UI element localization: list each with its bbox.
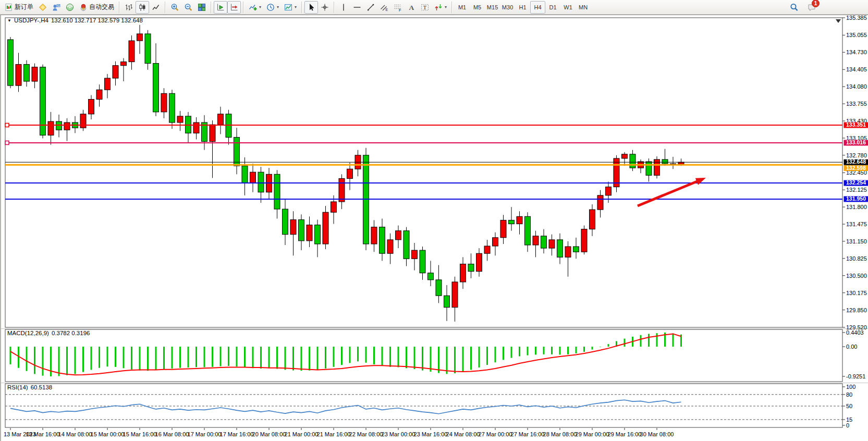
toolbar-right: 1 xyxy=(787,1,818,14)
price-tick-label: 131.475 xyxy=(846,221,867,227)
macd-axis-label: 0.00 xyxy=(846,344,857,350)
crosshair-button[interactable] xyxy=(318,1,332,14)
chart-canvas[interactable]: 135.385135.055134.730134.405134.080133.7… xyxy=(1,15,868,441)
vline-button[interactable] xyxy=(337,1,350,14)
price-tick-label: 130.500 xyxy=(846,273,867,279)
chart-symbol-period: USDJPY-,H4 xyxy=(14,17,48,23)
time-tick-label: 15 Mar 00:00 xyxy=(91,431,125,437)
cursor-button[interactable] xyxy=(304,1,318,14)
timeframe-button-m5[interactable]: M5 xyxy=(470,1,485,14)
line-chart-button[interactable] xyxy=(149,1,163,14)
price-tick-label: 135.055 xyxy=(846,32,867,38)
search-icon xyxy=(790,3,798,11)
crosshair-icon xyxy=(321,3,329,11)
candlestick-button[interactable] xyxy=(136,1,149,14)
text-button[interactable]: A xyxy=(405,1,418,14)
timeframe-button-d1[interactable]: D1 xyxy=(545,1,560,14)
line-handle[interactable] xyxy=(5,124,9,127)
price-scale[interactable]: 135.385135.055134.730134.405134.080133.7… xyxy=(842,15,867,330)
rsi-axis-label: 50 xyxy=(846,403,852,409)
time-tick-label: 27 Mar 00:00 xyxy=(479,431,512,437)
time-tick-label: 28 Mar 08:00 xyxy=(543,431,577,437)
dropdown-caret-icon[interactable]: ▾ xyxy=(295,5,297,9)
price-tick-label: 134.730 xyxy=(846,49,867,55)
dropdown-caret-icon[interactable]: ▾ xyxy=(277,5,279,9)
template-icon xyxy=(284,3,292,11)
macd-indicator-values: 0.3782 0.3196 xyxy=(52,330,90,336)
autotrading-button[interactable]: 自动交易 xyxy=(77,1,117,14)
indicators-button[interactable]: ▾ xyxy=(246,1,264,14)
periods-button[interactable]: ▾ xyxy=(264,1,282,14)
line-handle[interactable] xyxy=(5,141,9,144)
trendline-button[interactable] xyxy=(364,1,377,14)
channel-button[interactable]: E xyxy=(377,1,391,14)
svg-text:E: E xyxy=(386,8,388,11)
notification-badge: 1 xyxy=(812,0,820,7)
zoom-in-button[interactable] xyxy=(168,1,181,14)
timeframe-button-h1[interactable]: H1 xyxy=(515,1,530,14)
time-scale[interactable]: 13 Mar 202313 Mar 16:0014 Mar 08:0015 Ma… xyxy=(4,428,674,437)
toolbar-group xyxy=(214,0,241,15)
new-order-button[interactable]: 新订单 xyxy=(2,1,36,14)
toolbar-group: ▾▾▾ xyxy=(246,0,299,15)
timeframe-button-m30[interactable]: M30 xyxy=(500,1,515,14)
bar-chart-button[interactable] xyxy=(122,1,136,14)
rsi-label: RSI(14)60.5138 xyxy=(7,384,52,390)
line-price-tag: 133.016 xyxy=(846,139,866,145)
time-tick-label: 17 Mar 00:00 xyxy=(188,431,222,437)
price-tick-label: 134.405 xyxy=(846,66,867,72)
time-tick-label: 13 Mar 16:00 xyxy=(26,431,60,437)
market-watch-button[interactable] xyxy=(50,1,63,14)
timeframe-button-h4[interactable]: H4 xyxy=(530,1,545,14)
notifications-button[interactable]: 1 xyxy=(805,1,818,14)
label-icon: T xyxy=(421,3,429,11)
dropdown-caret-icon[interactable]: ▾ xyxy=(445,5,447,9)
macd-label: MACD(12,26,9)0.3782 0.3196 xyxy=(7,330,90,336)
dropdown-caret-icon[interactable]: ▾ xyxy=(259,5,261,9)
auto-scroll-icon xyxy=(216,3,225,11)
time-tick-label: 27 Mar 16:00 xyxy=(511,431,545,437)
signals-button[interactable] xyxy=(63,1,77,14)
signal-icon xyxy=(66,3,74,11)
autotrade-icon xyxy=(79,3,88,11)
new-order-button-label: 新订单 xyxy=(15,3,33,11)
tile-windows-button[interactable] xyxy=(195,1,209,14)
chart-shift-button[interactable] xyxy=(227,1,241,14)
price-tick-label: 132.125 xyxy=(846,187,867,193)
fibonacci-button[interactable]: F xyxy=(391,1,405,14)
cursor-icon xyxy=(307,3,315,11)
macd-indicator-name: MACD(12,26,9) xyxy=(7,330,49,336)
chart-title[interactable]: USDJPY-,H4132.610 132.717 132.579 132.64… xyxy=(7,17,143,23)
hline-icon xyxy=(353,3,361,11)
toolbar-separator xyxy=(334,2,335,13)
toolbar-separator xyxy=(451,2,453,13)
time-tick-label: 21 Mar 16:00 xyxy=(317,431,351,437)
timeframe-button-m15[interactable]: M15 xyxy=(485,1,500,14)
arrows-button[interactable]: ▾ xyxy=(432,1,449,14)
timeframe-button-mn[interactable]: MN xyxy=(576,1,591,14)
add-indicator-icon xyxy=(249,3,257,11)
timeframe-button-w1[interactable]: W1 xyxy=(560,1,576,14)
zoom-in-icon xyxy=(170,3,179,11)
search-button[interactable] xyxy=(787,1,801,14)
time-tick-label: 17 Mar 16:00 xyxy=(220,431,254,437)
zoom-out-button[interactable] xyxy=(181,1,195,14)
metaeditor-button[interactable] xyxy=(36,1,50,14)
chart-shift-icon xyxy=(230,3,238,11)
timeframe-button-m1[interactable]: M1 xyxy=(455,1,470,14)
mt4-window: 新订单自动交易▾▾▾EFAT▾M1M5M15M30H1H4D1W1MN 1 13… xyxy=(0,0,868,441)
chart-window: 135.385135.055134.730134.405134.080133.7… xyxy=(0,15,868,441)
person-chart-icon xyxy=(52,3,60,11)
tile-windows-icon xyxy=(198,3,206,11)
toolbar-separator xyxy=(301,2,302,13)
templates-button[interactable]: ▾ xyxy=(282,1,299,14)
candlestick-icon xyxy=(138,3,146,11)
timeframe-toolbar: M1M5M15M30H1H4D1W1MN xyxy=(455,0,591,15)
zoom-out-icon xyxy=(184,3,192,11)
macd-axis-label: 0.4403 xyxy=(846,329,864,336)
auto-scroll-button[interactable] xyxy=(214,1,227,14)
label-button[interactable]: T xyxy=(418,1,432,14)
hline-button[interactable] xyxy=(350,1,364,14)
price-tick-label: 132.780 xyxy=(846,152,867,158)
chart-dropdown-icon[interactable] xyxy=(7,18,11,23)
